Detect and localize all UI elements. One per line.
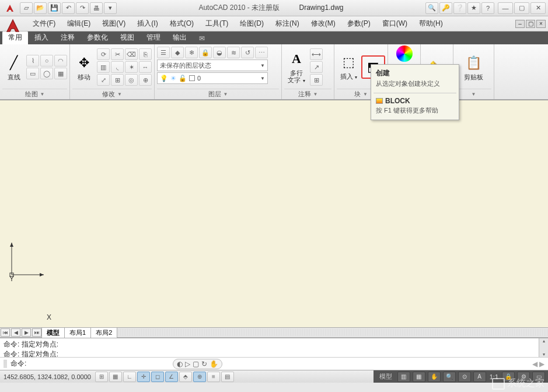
qat-undo-icon[interactable]: ↶ bbox=[62, 2, 75, 14]
stretch-icon[interactable]: ↔ bbox=[139, 61, 152, 73]
key-icon[interactable]: 🔑 bbox=[439, 2, 452, 14]
command-prompt[interactable]: 命令: bbox=[11, 359, 26, 369]
cmd-grip-icon[interactable] bbox=[4, 360, 7, 368]
menu-insert[interactable]: 插入(I) bbox=[131, 16, 163, 31]
mtext-button[interactable]: A 多行 文字 ▾ bbox=[284, 48, 309, 86]
chevron-down-icon[interactable]: ▼ bbox=[313, 92, 318, 97]
qat-new-icon[interactable]: ▱ bbox=[20, 2, 33, 14]
qat-open-icon[interactable]: 📂 bbox=[34, 2, 47, 14]
menu-modify[interactable]: 修改(M) bbox=[305, 16, 341, 31]
layerprev-icon[interactable]: ↺ bbox=[241, 47, 254, 58]
otrack-icon[interactable]: ∠ bbox=[165, 372, 178, 382]
join-icon[interactable]: ⊕ bbox=[139, 74, 152, 86]
mdi-close-icon[interactable]: × bbox=[536, 20, 546, 28]
menu-param[interactable]: 参数(P) bbox=[341, 16, 376, 31]
dyn-icon[interactable]: ⊕ bbox=[193, 372, 206, 382]
menu-tools[interactable]: 工具(T) bbox=[200, 16, 234, 31]
layermore-icon[interactable]: ⋯ bbox=[255, 47, 268, 58]
ltab-prev-icon[interactable]: ◀ bbox=[11, 328, 20, 337]
layeriso-icon[interactable]: ◆ bbox=[171, 47, 184, 58]
tab-view[interactable]: 视图 bbox=[114, 31, 140, 44]
nav-play-icon[interactable]: ▷ bbox=[185, 360, 190, 368]
menu-dim[interactable]: 标注(N) bbox=[270, 16, 305, 31]
qat-redo-icon[interactable]: ↷ bbox=[76, 2, 89, 14]
menu-format[interactable]: 格式(O) bbox=[164, 16, 200, 31]
polyline-icon[interactable]: ⌇ bbox=[26, 55, 39, 66]
insert-block-button[interactable]: ⬚ 插入 ▾ bbox=[337, 52, 360, 82]
mdi-min-icon[interactable]: – bbox=[515, 20, 525, 28]
color-wheel-icon[interactable] bbox=[396, 46, 413, 62]
ducs-icon[interactable]: ⬘ bbox=[179, 372, 192, 382]
nav-pan-icon[interactable]: ◐ bbox=[177, 360, 183, 368]
menu-file[interactable]: 文件(F) bbox=[27, 16, 61, 31]
qp-icon[interactable]: ▤ bbox=[221, 372, 234, 382]
layerfrz-icon[interactable]: ❄ bbox=[185, 47, 198, 58]
help-icon[interactable]: ? bbox=[481, 2, 494, 14]
chevron-down-icon[interactable]: ▼ bbox=[224, 92, 228, 97]
layout-tab-1[interactable]: 布局1 bbox=[64, 327, 91, 338]
layeroff-icon[interactable]: ◒ bbox=[213, 47, 226, 58]
layout-tab-model[interactable]: 模型 bbox=[41, 327, 65, 338]
snap-icon[interactable]: ⊞ bbox=[95, 372, 108, 382]
tab-param[interactable]: 参数化 bbox=[81, 31, 114, 44]
grid-icon[interactable]: ▦ bbox=[109, 372, 122, 382]
drawing-canvas[interactable]: Y X bbox=[0, 100, 548, 327]
sb-qv-icon[interactable]: ▦ bbox=[413, 372, 425, 382]
menu-draw[interactable]: 绘图(D) bbox=[234, 16, 270, 31]
scale-icon[interactable]: ⤢ bbox=[97, 74, 110, 86]
minimize-button[interactable]: — bbox=[498, 2, 513, 14]
sb-zoom-icon[interactable]: 🔍 bbox=[443, 372, 456, 382]
layerprop-icon[interactable]: ☰ bbox=[157, 47, 170, 58]
qat-save-icon[interactable]: 💾 bbox=[48, 2, 61, 14]
offset-icon[interactable]: ◎ bbox=[125, 74, 138, 86]
cmd-scrollbar[interactable]: ▴▾ bbox=[539, 338, 548, 357]
menu-view[interactable]: 视图(V) bbox=[96, 16, 131, 31]
chevron-down-icon[interactable]: ▼ bbox=[363, 92, 368, 97]
star-icon[interactable]: ★ bbox=[467, 2, 480, 14]
menu-window[interactable]: 窗口(W) bbox=[376, 16, 413, 31]
nav-hand-icon[interactable]: ✋ bbox=[210, 360, 218, 368]
chevron-down-icon[interactable]: ▼ bbox=[40, 92, 45, 97]
comm-icon[interactable]: ❔ bbox=[453, 2, 466, 14]
osnap-icon[interactable]: ◻ bbox=[151, 372, 164, 382]
erase-icon[interactable]: ⌫ bbox=[125, 48, 138, 60]
mdi-max-icon[interactable]: ▢ bbox=[526, 20, 535, 28]
search-icon[interactable]: 🔍 bbox=[425, 2, 438, 14]
fillet-icon[interactable]: ◟ bbox=[111, 61, 124, 73]
sb-layout-icon[interactable]: ▥ bbox=[397, 372, 410, 382]
model-space-toggle[interactable]: 模型 bbox=[376, 370, 396, 383]
array-icon[interactable]: ⊞ bbox=[111, 74, 124, 86]
tab-manage[interactable]: 管理 bbox=[141, 31, 166, 44]
ellipse-icon[interactable]: ◯ bbox=[40, 68, 53, 79]
qat-print-icon[interactable]: 🖶 bbox=[90, 2, 103, 14]
layer-state-dropdown[interactable]: 未保存的图层状态 ▼ bbox=[157, 60, 268, 71]
hatch-icon[interactable]: ▦ bbox=[54, 68, 67, 79]
polar-icon[interactable]: ✛ bbox=[137, 372, 150, 382]
layout-tab-2[interactable]: 布局2 bbox=[90, 327, 117, 338]
table-icon[interactable]: ⊞ bbox=[310, 74, 323, 86]
rect-icon[interactable]: ▭ bbox=[26, 68, 39, 79]
lwt-icon[interactable]: ≡ bbox=[207, 372, 220, 382]
paste-button[interactable]: 📋 剪贴板 bbox=[462, 52, 486, 82]
tab-output[interactable]: 输出 bbox=[167, 31, 193, 44]
arc-icon[interactable]: ◠ bbox=[54, 55, 67, 66]
rotate-icon[interactable]: ⟳ bbox=[97, 48, 110, 60]
menu-edit[interactable]: 编辑(E) bbox=[61, 16, 96, 31]
layermatch-icon[interactable]: ≋ bbox=[227, 47, 240, 58]
explode-icon[interactable]: ✶ bbox=[125, 61, 138, 73]
ltab-first-icon[interactable]: ⏮ bbox=[1, 328, 10, 337]
tab-extra-icon[interactable]: ✉ bbox=[193, 33, 211, 44]
sb-anno-icon[interactable]: A bbox=[473, 372, 486, 382]
circle-icon[interactable]: ○ bbox=[40, 55, 53, 66]
nav-orbit-icon[interactable]: ↻ bbox=[201, 360, 207, 368]
tab-annotate[interactable]: 注释 bbox=[55, 31, 81, 44]
layer-current-dropdown[interactable]: 💡☀🔓 0 ▼ bbox=[157, 72, 268, 84]
tab-insert[interactable]: 插入 bbox=[29, 31, 54, 44]
mirror-icon[interactable]: ▥ bbox=[97, 61, 110, 73]
line-button[interactable]: ╱ 直线 bbox=[2, 52, 25, 82]
ltab-last-icon[interactable]: ⏭ bbox=[32, 328, 41, 337]
chevron-down-icon[interactable]: ▼ bbox=[117, 92, 122, 97]
qat-more-icon[interactable]: ▾ bbox=[104, 2, 117, 14]
move-button[interactable]: ✥ 移动 bbox=[72, 52, 96, 82]
chevron-down-icon[interactable]: ▼ bbox=[472, 92, 476, 97]
